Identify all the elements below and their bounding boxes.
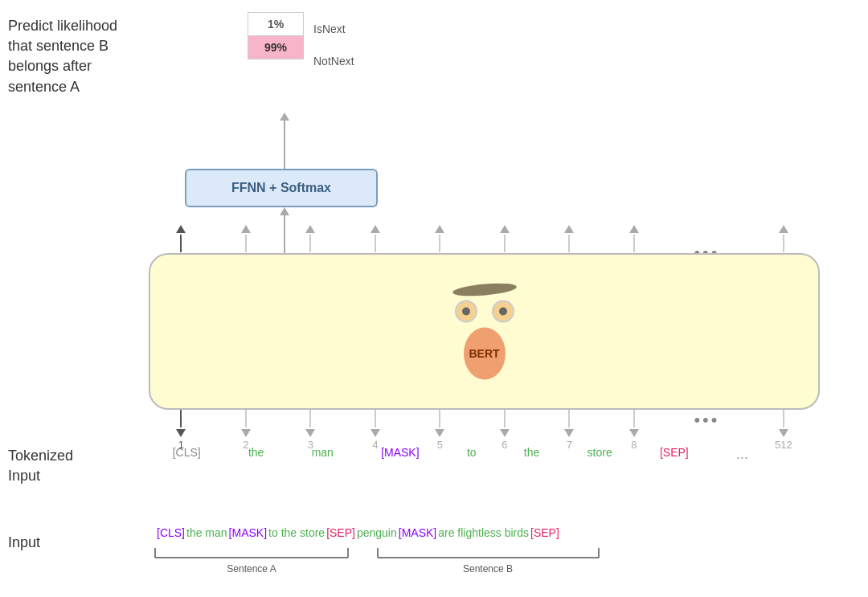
arrow-up-4 (371, 225, 380, 233)
arrow-up-2 (241, 225, 251, 233)
shaft-2 (245, 235, 247, 252)
arrowhead-up-main (280, 207, 289, 215)
predict-label: Predict likelihoodthat sentence Bbelongs… (8, 16, 137, 97)
not-next-pct: 99% (264, 41, 287, 54)
input-label: Input (8, 534, 40, 551)
arrow-up-3 (305, 225, 315, 233)
bert-face: BERT (452, 284, 517, 379)
arrow-up-6 (500, 225, 510, 233)
input-the-man: the man (186, 526, 227, 539)
shaft-1 (180, 235, 182, 252)
bert-right-pupil (499, 307, 507, 315)
arrow-down-4 (371, 429, 380, 437)
pos-bot-6: 6 (500, 410, 510, 451)
bert-nose: BERT (464, 327, 506, 379)
arrow-down-512 (779, 429, 788, 437)
is-next-pct: 1% (268, 18, 284, 31)
is-next-row: 1% (248, 13, 303, 36)
pos-bot-dots: ••• (694, 410, 719, 431)
pos-bot-7: 7 (564, 410, 574, 451)
arrow-down-5 (435, 429, 444, 437)
arrow-up-7 (564, 225, 574, 233)
arrow-down-8 (629, 429, 639, 437)
output-probability-box: 1% 99% (248, 12, 304, 59)
input-penguin: penguin (357, 526, 397, 539)
shaft-7 (568, 235, 570, 252)
arrow-down-2 (241, 429, 251, 437)
output-arrow (280, 112, 289, 170)
input-cls: [CLS] (157, 526, 185, 539)
shaft-8 (633, 235, 635, 252)
pos-bot-8: 8 (629, 410, 639, 451)
shaft-512 (783, 235, 784, 252)
input-mask-1: [MASK] (229, 526, 267, 539)
pos-bot-3: 3 (305, 410, 315, 451)
ffnn-box: FFNN + Softmax (185, 169, 378, 207)
bert-left-pupil (462, 307, 470, 315)
svg-text:Sentence B: Sentence B (463, 563, 513, 575)
pos-bot-1: 1 (176, 410, 186, 451)
arrow-up-512 (779, 225, 788, 233)
not-next-label: NotNext (313, 55, 354, 67)
bert-label: BERT (469, 347, 499, 360)
input-sep-2: [SEP] (530, 526, 559, 539)
shaft-4 (375, 235, 376, 252)
pos-bot-4: 4 (371, 410, 380, 451)
pos-bot-5: 5 (435, 410, 444, 451)
pos-bot-2: 2 (241, 410, 251, 451)
tokens-row: [CLS] the man [MASK] to the store [SEP] … (149, 446, 820, 463)
tokenized-input-label: TokenizedInput (8, 446, 113, 486)
pos-bot-512: 512 (775, 410, 792, 451)
shaft-6 (504, 235, 506, 252)
shaft-3 (309, 235, 311, 252)
not-next-row: 99% (248, 36, 303, 59)
ffnn-label: FFNN + Softmax (231, 181, 331, 195)
bert-left-eye (455, 300, 477, 322)
is-next-label: IsNext (313, 22, 346, 35)
arrowhead-up-output (280, 112, 289, 121)
input-to-the-store: to the store (268, 526, 325, 539)
token-cls: [CLS] (173, 446, 201, 459)
arrow-down-6 (500, 429, 510, 437)
token-man: man (312, 446, 334, 459)
arrow-down-7 (564, 429, 574, 437)
arrow-down-1 (176, 429, 186, 437)
arrow-up-8 (629, 225, 639, 233)
input-sentence: [CLS] the man [MASK] to the store [SEP] … (157, 526, 559, 539)
token-the-2: the (524, 446, 539, 459)
sentence-brackets-svg: Sentence A Sentence B (149, 546, 727, 591)
token-dots: ... (736, 446, 748, 463)
diagram-container: Predict likelihoodthat sentence Bbelongs… (0, 0, 868, 597)
token-to: to (467, 446, 477, 459)
bert-box: BERT (149, 253, 820, 410)
arrow-down-3 (305, 429, 315, 437)
bert-eyebrow (452, 281, 517, 298)
shaft-5 (439, 235, 440, 252)
svg-text:Sentence A: Sentence A (227, 563, 276, 575)
input-flightless: are flightless birds (438, 526, 529, 539)
arrow-up-1 (176, 225, 186, 233)
token-the-1: the (248, 446, 264, 459)
bert-right-eye (492, 300, 514, 322)
arrow-up-5 (435, 225, 444, 233)
shaft-bot-1 (180, 410, 182, 427)
token-store: store (588, 446, 612, 459)
token-sep: [SEP] (660, 446, 689, 459)
input-sep-1: [SEP] (326, 526, 355, 539)
position-numbers-bottom: 1 2 3 4 5 6 7 (149, 410, 820, 451)
arrow-shaft-output (284, 121, 285, 170)
input-mask-2: [MASK] (399, 526, 436, 539)
token-mask-1: [MASK] (381, 446, 419, 459)
bert-eyes (455, 300, 514, 322)
